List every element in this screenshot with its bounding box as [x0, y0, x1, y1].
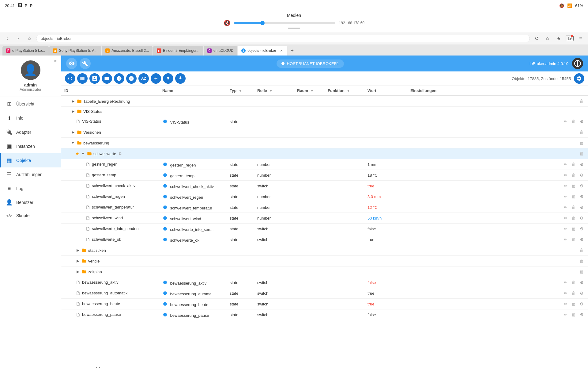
- delete-button[interactable]: 🗑: [570, 118, 577, 125]
- expert-mode-button[interactable]: [126, 73, 137, 84]
- settings-button[interactable]: ⚙: [578, 204, 585, 211]
- th-funktion[interactable]: Funktion ▼: [325, 86, 364, 96]
- edit-button[interactable]: ✏: [562, 182, 569, 189]
- settings-button[interactable]: ⚙: [578, 193, 585, 200]
- sidebar-item-uebersicht[interactable]: ⊞ Übersicht: [0, 97, 61, 111]
- settings-button[interactable]: ⚙: [578, 290, 585, 297]
- sidebar-item-adapter[interactable]: 🔌 Adapter: [0, 125, 61, 139]
- io-eye-button[interactable]: [66, 58, 77, 69]
- io-wrench-button[interactable]: [80, 58, 91, 69]
- edit-button[interactable]: ✏: [562, 161, 569, 168]
- copy-icon[interactable]: ⧉: [117, 151, 123, 156]
- bottom-back-button[interactable]: ‹: [481, 364, 499, 368]
- sidebar-item-skripte[interactable]: </> Skripte: [0, 209, 61, 222]
- edit-button[interactable]: ✏: [562, 204, 569, 211]
- th-rolle[interactable]: Rolle ▼: [254, 86, 294, 96]
- expand-btn[interactable]: ▼: [81, 151, 85, 156]
- tab-close-6[interactable]: ✕: [279, 48, 284, 53]
- expand-btn[interactable]: ▶: [70, 109, 75, 114]
- settings-button[interactable]: ⚙: [578, 301, 585, 307]
- bottom-home-button[interactable]: ○: [285, 364, 303, 368]
- media-volume-slider[interactable]: [234, 22, 335, 24]
- menu-button[interactable]: ≡: [576, 34, 585, 43]
- sidebar-item-log[interactable]: ≡ Log: [0, 182, 61, 195]
- sidebar-item-instanzen[interactable]: ▣ Instanzen: [0, 139, 61, 153]
- channel-view-button[interactable]: [89, 73, 100, 84]
- settings-button[interactable]: ⚙: [578, 118, 585, 125]
- delete-button[interactable]: 🗑: [578, 258, 585, 264]
- refresh-button[interactable]: ↺: [532, 34, 541, 43]
- delete-button[interactable]: 🗑: [578, 247, 585, 254]
- table-settings-button[interactable]: [574, 73, 584, 84]
- edit-button[interactable]: ✏: [562, 279, 569, 286]
- edit-button[interactable]: ✏: [562, 236, 569, 243]
- tabs-button[interactable]: 19: [565, 34, 574, 43]
- edit-button[interactable]: ✏: [562, 172, 569, 178]
- edit-button[interactable]: ✏: [562, 225, 569, 232]
- settings-button[interactable]: ⚙: [578, 215, 585, 221]
- delete-button[interactable]: 🗑: [570, 290, 577, 297]
- delete-button[interactable]: 🗑: [578, 140, 585, 146]
- bookmarks-button[interactable]: ★: [554, 34, 563, 43]
- tab-sony-playstation[interactable]: a Sony PlayStation 5: A...: [49, 46, 101, 56]
- settings-button[interactable]: ⚙: [578, 225, 585, 232]
- delete-button[interactable]: 🗑: [570, 215, 577, 221]
- edit-button[interactable]: ✏: [562, 290, 569, 297]
- tab-objects-iobroker[interactable]: i objects - ioBroker ✕: [238, 46, 287, 56]
- edit-button[interactable]: ✏: [562, 215, 569, 221]
- th-typ[interactable]: Typ ▼: [227, 86, 254, 96]
- bottom-menu-button[interactable]: |||: [89, 364, 107, 368]
- delete-button[interactable]: 🗑: [570, 172, 577, 178]
- folder-view-button[interactable]: [102, 73, 112, 84]
- sidebar-item-info[interactable]: ℹ Info: [0, 111, 61, 125]
- tab-binden-empfaenger[interactable]: ▶ Binden 2 Empfänger...: [153, 46, 203, 56]
- expand-btn[interactable]: ▶: [70, 130, 75, 135]
- tab-emucloud[interactable]: C emuCLOUD: [204, 46, 237, 56]
- address-bar[interactable]: objects - ioBroker: [36, 35, 530, 42]
- download-button[interactable]: [175, 73, 186, 84]
- settings-button[interactable]: ⚙: [578, 311, 585, 318]
- mute-icon[interactable]: 🔇: [224, 20, 230, 26]
- settings-button[interactable]: ⚙: [578, 161, 585, 168]
- tab-playstation-ko[interactable]: P e PlayStation 5 ko...: [2, 46, 49, 56]
- io-host-badge[interactable]: HOST.BUANET-IOBROKER1: [277, 59, 344, 68]
- delete-button[interactable]: 🗑: [570, 204, 577, 211]
- list-view-button[interactable]: [77, 73, 88, 84]
- th-raum[interactable]: Raum ▼: [294, 86, 325, 96]
- sidebar-item-objekte[interactable]: ▦ Objekte: [0, 153, 61, 167]
- edit-button[interactable]: ✏: [562, 311, 569, 318]
- tab-add-button[interactable]: +: [288, 46, 296, 55]
- delete-button[interactable]: 🗑: [570, 182, 577, 189]
- expand-btn[interactable]: ▶: [70, 99, 75, 104]
- settings-button[interactable]: ⚙: [578, 236, 585, 243]
- home-button[interactable]: ⌂: [543, 34, 552, 43]
- expand-btn[interactable]: ▶: [75, 248, 80, 253]
- expand-btn[interactable]: ▼: [70, 140, 75, 145]
- delete-button[interactable]: 🗑: [570, 301, 577, 307]
- delete-button[interactable]: 🗑: [570, 193, 577, 200]
- refresh-objects-button[interactable]: [65, 73, 75, 84]
- number-view-button[interactable]: [114, 73, 124, 84]
- delete-button[interactable]: 🗑: [578, 98, 585, 105]
- delete-button[interactable]: 🗑: [578, 268, 585, 275]
- upload-button[interactable]: [163, 73, 173, 84]
- tab-amazon-bissell[interactable]: a Amazon.de: Bissell 2...: [102, 46, 153, 56]
- delete-button[interactable]: 🗑: [570, 225, 577, 232]
- expand-btn[interactable]: ▶: [75, 259, 80, 263]
- add-object-button[interactable]: +: [151, 73, 161, 84]
- settings-button[interactable]: ⚙: [578, 182, 585, 189]
- delete-button[interactable]: 🗑: [578, 129, 585, 136]
- settings-button[interactable]: ⚙: [578, 279, 585, 286]
- edit-button[interactable]: ✏: [562, 193, 569, 200]
- forward-button[interactable]: ›: [14, 34, 23, 43]
- delete-button[interactable]: 🗑: [570, 161, 577, 168]
- expand-btn[interactable]: ▶: [75, 269, 80, 274]
- favorite-button[interactable]: ☆: [25, 34, 34, 43]
- edit-button[interactable]: ✏: [562, 118, 569, 125]
- sidebar-close-button[interactable]: ✕: [52, 58, 58, 64]
- sidebar-item-aufzaehlungen[interactable]: ☰ Aufzählungen: [0, 167, 61, 182]
- edit-button[interactable]: ✏: [562, 301, 569, 307]
- settings-button[interactable]: ⚙: [578, 172, 585, 178]
- delete-button[interactable]: 🗑: [578, 150, 585, 157]
- delete-button[interactable]: 🗑: [570, 279, 577, 286]
